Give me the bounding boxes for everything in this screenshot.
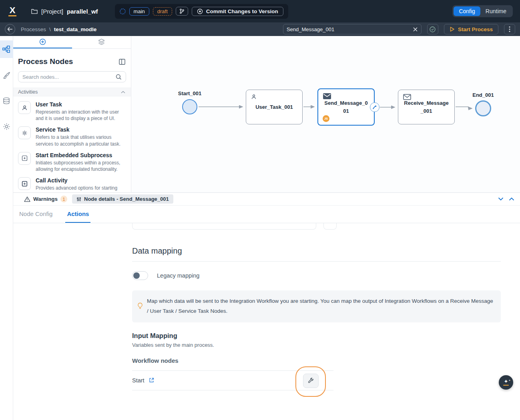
node-details-tab[interactable]: Node details - Send_Message_001: [72, 194, 173, 204]
warnings-count-badge: 1: [60, 196, 67, 202]
tab-layers[interactable]: [72, 36, 131, 48]
panel-title: Process Nodes: [18, 57, 73, 66]
start-process-button[interactable]: Start Process: [444, 24, 498, 34]
paintbrush-icon: [3, 72, 10, 79]
detail-tabs: Node Config Actions: [13, 206, 520, 223]
start-node[interactable]: [182, 99, 197, 114]
clear-search-icon[interactable]: [413, 27, 418, 32]
user-task-node[interactable]: User_Task_001: [246, 90, 303, 124]
sync-status-icon: [120, 8, 126, 14]
start-mapping-row: Start: [132, 370, 333, 390]
mode-runtime[interactable]: Runtime: [480, 6, 512, 16]
body: Process Nodes Activities: [0, 36, 520, 420]
warnings-toggle[interactable]: Warnings 1: [24, 196, 67, 202]
lightbulb-icon: [137, 302, 143, 310]
sparkles-icon: ✦: [504, 379, 508, 384]
connection-badge[interactable]: [370, 102, 379, 112]
actions-tab-content: Data mapping Legacy mapping Map which da…: [13, 223, 520, 420]
mapping-info-text: Map which data will be sent to the Integ…: [147, 296, 494, 316]
rail-item-processes[interactable]: [0, 40, 13, 58]
node-details-panel: Warnings 1 Node details - Send_Message_0…: [13, 192, 520, 420]
node-item-start-embedded-subprocess[interactable]: Start Embedded Subprocess Initiates subp…: [13, 147, 131, 172]
validate-button[interactable]: [427, 24, 438, 34]
legacy-mapping-toggle[interactable]: [132, 271, 148, 280]
breadcrumb-processes[interactable]: Processes: [21, 26, 46, 32]
kebab-menu-icon: [509, 26, 510, 32]
tab-actions[interactable]: Actions: [65, 206, 90, 223]
service-task-icon: [18, 126, 31, 139]
subprocess-icon: [18, 152, 31, 165]
app-window: X [Project] parallel_wf main draft Comm: [0, 0, 520, 420]
configure-mapping-button[interactable]: [303, 374, 319, 388]
breadcrumb-current: test_data_modle: [54, 26, 97, 32]
branch-chip[interactable]: main: [129, 7, 149, 16]
rail-item-data[interactable]: [0, 92, 13, 110]
envelope-filled-icon: [323, 93, 331, 99]
panel-header-bar: Warnings 1 Node details - Send_Message_0…: [13, 193, 520, 206]
node-search-box: [283, 24, 422, 34]
expand-panel-up-icon[interactable]: [509, 197, 514, 201]
database-icon: [3, 97, 10, 105]
process-canvas[interactable]: Start_001 User_Task_001 Send_Message_001: [131, 36, 520, 192]
git-branch-icon: [179, 8, 185, 14]
tab-add-nodes[interactable]: [13, 36, 72, 48]
external-link-icon[interactable]: [149, 378, 154, 383]
rail-item-design[interactable]: [0, 66, 13, 84]
wrench-icon: [308, 378, 314, 384]
node-item-call-activity[interactable]: Call Activity Provides advanced options …: [13, 172, 131, 191]
node-item-user-task[interactable]: User Task Represents an interaction with…: [13, 96, 131, 122]
process-toolbar: Processes \ test_data_modle Start Proces…: [0, 22, 520, 36]
sliders-icon: [76, 197, 81, 202]
clipped-input-field[interactable]: [132, 223, 316, 230]
mode-config[interactable]: Config: [454, 6, 480, 16]
section-activities[interactable]: Activities: [13, 88, 131, 96]
send-message-node[interactable]: Send_Message_001 JS: [317, 88, 375, 126]
commit-changes-button[interactable]: Commit Changes to Version: [192, 7, 283, 16]
clipped-input-addon[interactable]: [323, 223, 337, 230]
top-section: Process Nodes Activities: [13, 36, 520, 192]
legacy-mapping-label: Legacy mapping: [157, 272, 199, 279]
commit-icon: [197, 8, 203, 14]
gear-icon: [3, 123, 10, 130]
folder-icon: [31, 8, 38, 14]
more-options-button[interactable]: [504, 24, 515, 34]
input-mapping-title: Input Mapping: [132, 332, 501, 340]
config-runtime-toggle: Config Runtime: [452, 5, 513, 17]
start-node-label: Start_001: [178, 90, 202, 96]
end-node-label: End_001: [472, 92, 494, 98]
play-icon: [450, 26, 455, 32]
search-icon: [116, 74, 122, 80]
process-nodes-panel: Process Nodes Activities: [13, 36, 131, 192]
call-activity-icon: [18, 177, 31, 190]
branch-button[interactable]: [176, 7, 188, 16]
panel-header: Process Nodes: [13, 49, 131, 66]
check-circle-icon: [429, 26, 436, 33]
panel-search-box: [18, 71, 126, 82]
envelope-outline-icon: [403, 94, 411, 100]
js-script-badge: JS: [323, 115, 329, 122]
ai-assistant-fab[interactable]: ✦: [499, 375, 513, 390]
app-logo[interactable]: X: [7, 6, 18, 16]
node-item-service-task[interactable]: Service Task Refers to a task that utili…: [13, 122, 131, 147]
panel-search-input[interactable]: [22, 74, 116, 80]
tab-node-config[interactable]: Node Config: [18, 206, 54, 223]
panel-tabs: [13, 36, 131, 49]
collapse-panel-down-icon[interactable]: [498, 197, 504, 201]
workflow-icon: [2, 46, 10, 53]
end-node[interactable]: [475, 100, 491, 116]
user-task-icon: [18, 101, 31, 114]
project-title: [Project] parallel_wf: [31, 8, 98, 15]
rail-item-settings[interactable]: [0, 118, 13, 135]
draft-chip[interactable]: draft: [153, 7, 172, 16]
workflow-nodes-label: Workflow nodes: [132, 357, 501, 364]
breadcrumb: Processes \ test_data_modle: [21, 26, 96, 32]
arrow-left-icon: [7, 27, 13, 32]
back-button[interactable]: [5, 24, 15, 34]
main-area: Process Nodes Activities: [13, 36, 520, 420]
receive-message-node[interactable]: Receive_Message_001: [398, 90, 455, 124]
mapping-info-box: Map which data will be sent to the Integ…: [132, 290, 501, 322]
collapse-panel-icon[interactable]: [119, 59, 125, 65]
version-group: main draft Commit Changes to Version: [115, 4, 288, 19]
node-search-input[interactable]: [287, 26, 413, 32]
layers-icon: [98, 38, 105, 45]
